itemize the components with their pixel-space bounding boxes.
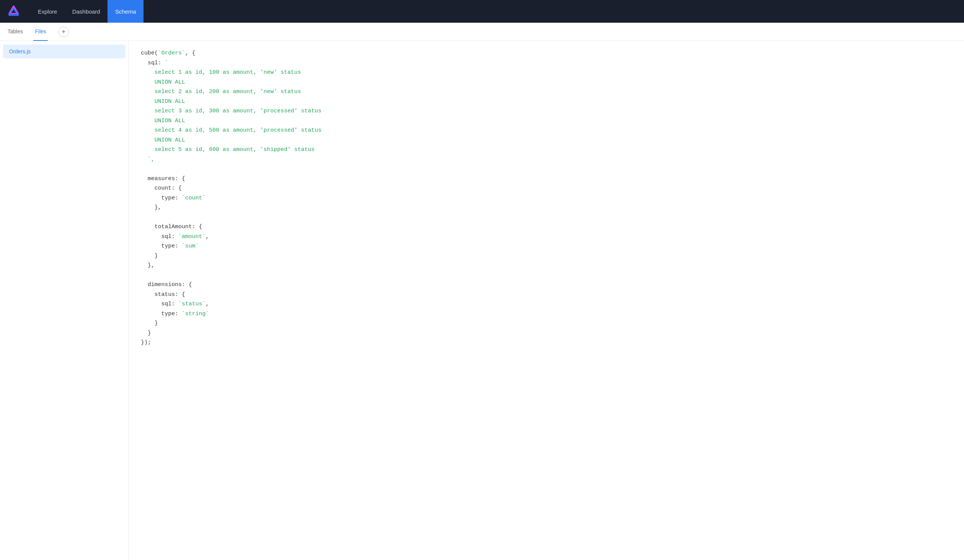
code-token: UNION ALL [141,98,185,105]
code-token: : [175,195,182,201]
code-token: } [141,253,158,259]
code-token: : { [182,281,192,288]
code-token: select 4 as id, 500 as amount, 'processe… [141,127,321,133]
code-token: : [175,311,182,317]
code-line-27: sql: `status`, [141,299,952,309]
code-line-8: UNION ALL [141,116,952,126]
code-token: status [141,291,175,298]
code-token: type [141,311,175,317]
code-token: select 1 as id, 100 as amount, 'new' sta… [141,69,301,76]
code-line-14: measures: { [141,174,952,184]
code-token: `status` [178,301,205,307]
code-line-17: }, [141,203,952,213]
sidebar-item-orders-js[interactable]: Orders.js [3,45,125,58]
nav-schema[interactable]: Schema [107,0,143,23]
code-token: select 2 as id, 200 as amount, 'new' sta… [141,89,301,95]
code-line-5: select 2 as id, 200 as amount, 'new' sta… [141,87,952,97]
top-nav: Explore Dashboard Schema [0,0,964,23]
code-token: dimensions [141,281,182,288]
code-line-10: UNION ALL [141,135,952,145]
code-line-2: sql: ` [141,58,952,68]
code-line-11: select 5 as id, 600 as amount, 'shipped'… [141,145,952,155]
code-line-28: type: `string` [141,309,952,319]
code-line-7: select 3 as id, 300 as amount, 'processe… [141,106,952,116]
code-token: , { [185,50,195,56]
code-token: , [205,234,209,240]
code-line-19: totalAmount: { [141,222,952,232]
code-token: sql [141,60,158,66]
code-token: type [141,195,175,201]
code-token: UNION ALL [141,118,185,124]
code-token: cube( [141,50,158,56]
code-token: `string` [182,311,209,317]
code-line-29: } [141,318,952,328]
code-token: }); [141,339,151,346]
code-line-3: select 1 as id, 100 as amount, 'new' sta… [141,68,952,78]
code-line-26: status: { [141,290,952,300]
code-line-6: UNION ALL [141,97,952,107]
code-token: , [205,301,209,307]
code-line-30: } [141,328,952,338]
code-line-25: dimensions: { [141,280,952,290]
code-token: select 5 as id, 600 as amount, 'shipped'… [141,146,315,153]
code-token: : { [175,175,185,182]
code-line-23: }, [141,261,952,271]
sidebar: Orders.js [0,41,129,560]
main-layout: Orders.js cube(`Orders`, { sql: ` select… [0,41,964,560]
code-token: } [141,320,158,326]
code-line-21: type: `sum` [141,242,952,251]
code-token: ` [165,60,168,66]
nav-dashboard[interactable]: Dashboard [65,0,107,23]
code-line-22: } [141,251,952,261]
code-line-13 [141,164,952,174]
code-token: `amount` [178,234,205,240]
code-token: `, [141,156,155,163]
code-line-1: cube(`Orders`, { [141,49,952,58]
tab-tables[interactable]: Tables [6,23,24,41]
code-line-15: count: { [141,183,952,193]
code-token: UNION ALL [141,137,185,143]
nav-explore[interactable]: Explore [30,0,65,23]
code-line-20: sql: `amount`, [141,232,952,242]
sub-nav: Tables Files + [0,23,964,41]
code-token: }, [141,262,155,269]
code-token: select 3 as id, 300 as amount, 'processe… [141,108,321,114]
code-line-31: }); [141,338,952,348]
code-line-16: type: `count` [141,193,952,203]
code-token: `Orders` [158,50,185,56]
code-token: } [141,330,151,336]
code-token: totalAmount [141,224,192,230]
code-token: : [171,301,178,307]
code-line-18 [141,213,952,222]
code-token: : { [192,224,202,230]
add-file-button[interactable]: + [58,26,69,37]
logo[interactable] [6,3,30,19]
code-token: UNION ALL [141,79,185,86]
code-token: : { [171,185,182,192]
code-token: `sum` [182,243,199,249]
code-token: : [158,60,165,66]
code-line-9: select 4 as id, 500 as amount, 'processe… [141,126,952,135]
code-token: : { [175,291,185,298]
code-token: type [141,243,175,249]
code-token: }, [141,205,161,211]
code-line-4: UNION ALL [141,78,952,88]
code-token: measures [141,175,175,182]
code-line-12: `, [141,155,952,165]
code-token: : [171,234,178,240]
code-token: : [175,243,182,249]
code-editor[interactable]: cube(`Orders`, { sql: ` select 1 as id, … [129,41,964,560]
code-token: sql [141,301,171,307]
code-line-24 [141,271,952,280]
code-token: `count` [182,195,205,201]
code-token: count [141,185,171,192]
code-token: sql [141,234,171,240]
tab-files[interactable]: Files [33,23,48,41]
